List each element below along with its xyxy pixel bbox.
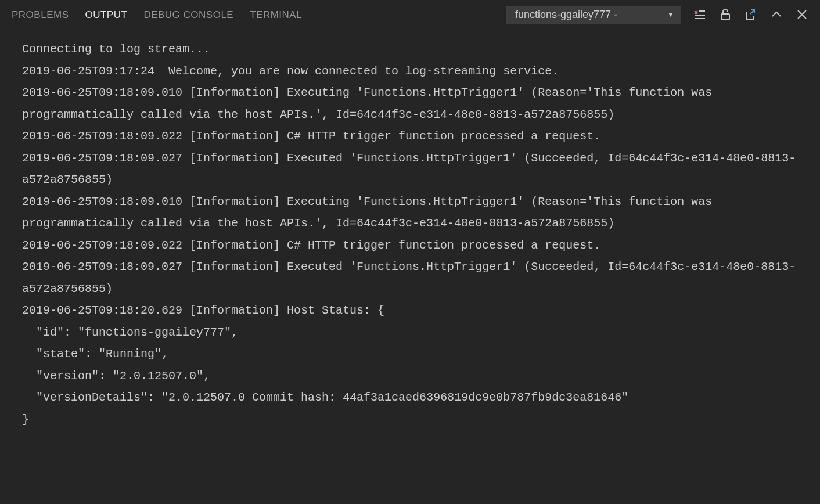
open-log-file-icon[interactable]	[745, 8, 757, 21]
tab-terminal[interactable]: TERMINAL	[250, 2, 302, 27]
tab-debug-console[interactable]: DEBUG CONSOLE	[143, 2, 233, 27]
tab-output[interactable]: OUTPUT	[85, 2, 127, 27]
svg-line-6	[750, 10, 754, 14]
tab-problems[interactable]: PROBLEMS	[12, 2, 69, 27]
maximize-panel-icon[interactable]	[770, 8, 783, 21]
lock-scroll-icon[interactable]	[719, 8, 732, 21]
close-panel-icon[interactable]	[796, 8, 808, 21]
output-log[interactable]: Connecting to log stream... 2019-06-25T0…	[0, 29, 820, 504]
panel-right-controls: functions-ggailey777 - ▼	[506, 6, 808, 24]
panel-tabs: PROBLEMS OUTPUT DEBUG CONSOLE TERMINAL	[12, 2, 506, 27]
clear-output-icon[interactable]	[693, 8, 706, 21]
panel-header: PROBLEMS OUTPUT DEBUG CONSOLE TERMINAL f…	[0, 0, 820, 29]
chevron-down-icon: ▼	[667, 10, 674, 19]
svg-rect-5	[721, 14, 729, 20]
dropdown-selected: functions-ggailey777 -	[515, 9, 617, 21]
output-channel-dropdown[interactable]: functions-ggailey777 - ▼	[506, 6, 681, 24]
